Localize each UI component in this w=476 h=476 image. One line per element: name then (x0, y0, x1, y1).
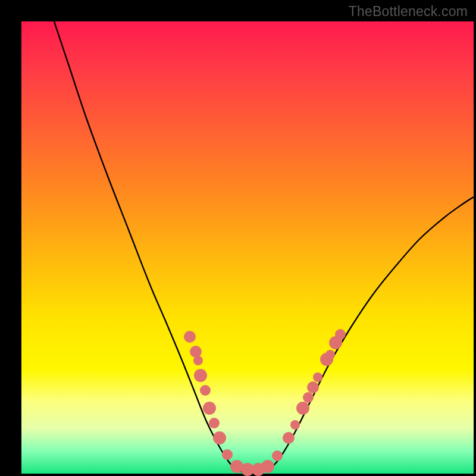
data-point (283, 432, 295, 444)
data-point (261, 460, 274, 473)
data-point (194, 369, 207, 382)
watermark-text: TheBottleneck.com (349, 4, 468, 20)
data-point (184, 331, 196, 343)
data-point (272, 450, 283, 461)
data-point (213, 431, 226, 444)
data-points-layer (21, 21, 474, 474)
data-point (325, 350, 335, 359)
data-point (335, 329, 346, 340)
data-point (313, 372, 322, 382)
data-point (193, 356, 203, 365)
data-point (203, 402, 216, 415)
data-point (303, 392, 314, 403)
data-point (222, 449, 233, 460)
chart-plot-area (21, 21, 474, 474)
data-point (200, 385, 211, 396)
data-point (209, 418, 220, 428)
data-point (296, 402, 309, 415)
data-point (307, 381, 319, 393)
chart-frame: TheBottleneck.com (0, 0, 476, 476)
data-point (290, 420, 300, 430)
